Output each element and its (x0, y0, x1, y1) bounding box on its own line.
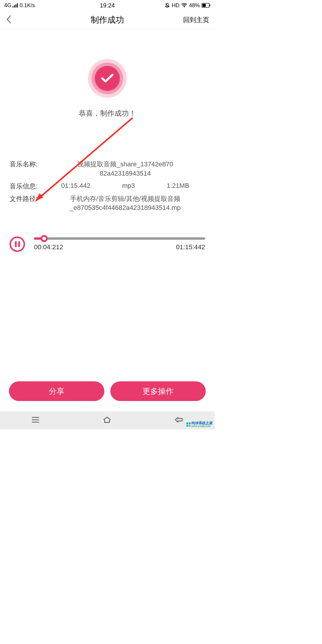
wifi-icon (181, 3, 187, 8)
svg-rect-8 (210, 4, 210, 6)
share-button[interactable]: 分享 (9, 381, 104, 401)
network-type: 4G (4, 2, 11, 9)
page-title: 制作成功 (91, 14, 124, 26)
total-time: 01:15:442 (176, 243, 205, 251)
slider-handle[interactable] (41, 235, 48, 242)
svg-rect-1 (14, 5, 15, 7)
mute-icon (165, 3, 170, 8)
path-label: 文件路径: (10, 194, 45, 203)
back-icon[interactable] (174, 416, 183, 425)
success-icon (10, 59, 205, 98)
android-nav-bar (0, 411, 215, 429)
app-header: 制作成功 回到主页 (0, 11, 215, 29)
status-time: 19:24 (100, 2, 115, 9)
progress-slider[interactable] (34, 237, 205, 240)
svg-rect-7 (202, 4, 206, 7)
svg-rect-16 (186, 425, 188, 427)
battery-pct: 48% (189, 2, 200, 9)
format-value: mp3 (122, 182, 135, 190)
network-speed: 0.1K/s (20, 2, 35, 9)
size-value: 1.21MB (167, 182, 189, 190)
home-icon[interactable] (102, 416, 112, 425)
hd-label: HD (172, 2, 179, 9)
home-link[interactable]: 回到主页 (183, 16, 209, 24)
watermark: 纯净系统之家 www.ycwjty.com (186, 421, 213, 428)
back-button[interactable] (6, 15, 11, 25)
name-value: 视频提取音频_share_13742e870 82a42318943514 (45, 160, 205, 178)
current-time: 00:04:212 (34, 243, 63, 251)
duration-value: 01:15.442 (61, 182, 90, 190)
svg-rect-14 (186, 422, 188, 424)
recent-apps-icon[interactable] (31, 417, 40, 424)
svg-rect-17 (189, 425, 191, 427)
svg-rect-3 (17, 3, 18, 7)
signal-icon (13, 3, 18, 7)
svg-rect-15 (189, 422, 191, 424)
svg-rect-0 (13, 6, 13, 7)
success-message: 恭喜，制作成功！ (10, 109, 205, 118)
pause-button[interactable] (10, 236, 25, 252)
status-bar: 4G 0.1K/s 19:24 HD 48% (0, 0, 215, 11)
name-label: 音乐名称: (10, 160, 45, 169)
svg-rect-2 (16, 4, 16, 7)
more-button[interactable]: 更多操作 (110, 381, 206, 401)
meta-label: 音乐信息: (10, 182, 45, 191)
battery-icon (202, 3, 210, 8)
svg-point-5 (184, 7, 185, 7)
path-value: 手机内存/音乐剪辑/其他/视频提取音频_e870535c4f44682a4231… (45, 194, 205, 213)
